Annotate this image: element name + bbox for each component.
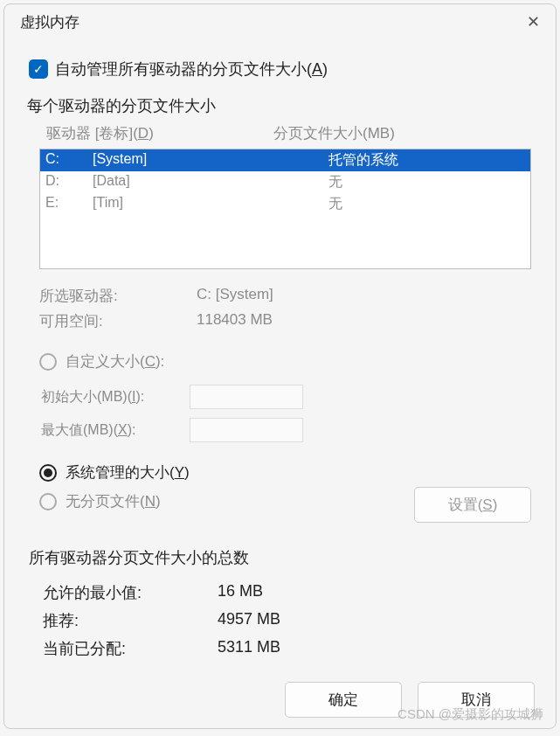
totals-section: 所有驱动器分页文件大小的总数 允许的最小值: 16 MB 推荐: 4957 MB… <box>29 547 531 663</box>
max-size-input <box>190 418 303 442</box>
ok-button[interactable]: 确定 <box>285 682 402 718</box>
drive-row[interactable]: E: [Tim] 无 <box>40 193 530 215</box>
totals-row-recommended: 推荐: 4957 MB <box>43 607 531 635</box>
initial-size-input <box>190 385 303 409</box>
col-header-size: 分页文件大小(MB) <box>273 123 524 143</box>
auto-manage-label: 自动管理所有驱动器的分页文件大小(A) <box>55 59 328 80</box>
auto-manage-checkbox[interactable]: ✓ <box>29 59 48 79</box>
dialog-buttons: 确定 取消 <box>4 671 556 733</box>
totals-rows: 允许的最小值: 16 MB 推荐: 4957 MB 当前已分配: 5311 MB <box>43 579 531 663</box>
totals-row-minimum: 允许的最小值: 16 MB <box>43 579 531 607</box>
totals-row-allocated: 当前已分配: 5311 MB <box>43 635 531 663</box>
radio-icon <box>39 464 57 482</box>
close-icon: ✕ <box>527 12 540 31</box>
drives-section-header: 每个驱动器的分页文件大小 <box>27 95 531 116</box>
selected-drive-info: 所选驱动器: C: [System] 可用空间: 118403 MB <box>39 283 531 334</box>
set-button[interactable]: 设置(S) <box>414 487 531 523</box>
drive-list-headers: 驱动器 [卷标](D) 分页文件大小(MB) <box>39 120 531 147</box>
totals-header: 所有驱动器分页文件大小的总数 <box>29 547 531 568</box>
virtual-memory-dialog: 虚拟内存 ✕ ✓ 自动管理所有驱动器的分页文件大小(A) 每个驱动器的分页文件大… <box>3 3 557 729</box>
drive-list-area: 驱动器 [卷标](D) 分页文件大小(MB) C: [System] 托管的系统… <box>39 120 531 269</box>
radio-icon <box>39 353 57 371</box>
radio-system-managed[interactable]: 系统管理的大小(Y) <box>39 462 531 483</box>
set-button-row: 设置(S) <box>29 487 531 523</box>
titlebar: 虚拟内存 ✕ <box>4 4 556 38</box>
max-size-row: 最大值(MB)(X): <box>41 413 531 447</box>
drive-row[interactable]: D: [Data] 无 <box>40 171 530 193</box>
check-icon: ✓ <box>33 62 44 76</box>
info-row-selected-drive: 所选驱动器: C: [System] <box>39 283 531 309</box>
dialog-title: 虚拟内存 <box>20 12 80 32</box>
info-row-free-space: 可用空间: 118403 MB <box>39 309 531 334</box>
initial-size-row: 初始大小(MB)(I): <box>41 380 531 413</box>
col-header-drive: 驱动器 [卷标](D) <box>46 123 273 143</box>
close-button[interactable]: ✕ <box>522 11 543 32</box>
drive-listbox[interactable]: C: [System] 托管的系统 D: [Data] 无 E: [Tim] 无 <box>39 149 531 269</box>
cancel-button[interactable]: 取消 <box>418 682 535 718</box>
dialog-content: ✓ 自动管理所有驱动器的分页文件大小(A) 每个驱动器的分页文件大小 驱动器 [… <box>4 38 556 671</box>
drive-row[interactable]: C: [System] 托管的系统 <box>40 149 530 171</box>
auto-manage-row[interactable]: ✓ 自动管理所有驱动器的分页文件大小(A) <box>29 59 531 80</box>
radio-custom-size[interactable]: 自定义大小(C): <box>39 351 531 371</box>
